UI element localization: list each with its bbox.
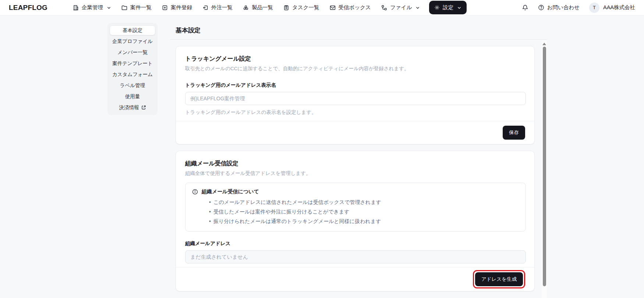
file-plus-icon (162, 5, 168, 11)
nav-item-label: 案件登録 (171, 4, 192, 11)
main-content: 基本設定 トラッキングメール設定 取引先とのメールのCCに追加することで、自動的… (170, 15, 547, 40)
org-mail-address-input (185, 250, 526, 263)
sidebar-item-label: 使用量 (125, 93, 140, 100)
scrollbar-up-arrow[interactable] (542, 43, 546, 45)
card-description: 組織全体で使用するメール受信アドレスを管理します。 (185, 170, 525, 177)
avatar: T (589, 3, 599, 13)
sidebar-item-label: 案件テンプレート (112, 60, 153, 67)
sidebar-item-member-list[interactable]: メンバー一覧 (110, 47, 155, 57)
tracking-mail-card: トラッキングメール設定 取引先とのメールのCCに追加することで、自動的にアクティ… (176, 46, 535, 144)
sidebar-item-company-profile[interactable]: 企業プロファイル (110, 36, 155, 46)
top-nav: LEAPFLOG 企業管理 案件一覧 案件登録 (0, 0, 644, 15)
chevron-down-icon (457, 6, 461, 10)
nav-item-company-management[interactable]: 企業管理 (69, 1, 115, 14)
tracking-address-help-text: トラッキング用のメールアドレスの表示名を設定します。 (185, 109, 525, 116)
nav-item-product-list[interactable]: 製品一覧 (239, 1, 277, 14)
page-body: 基本設定 企業プロファイル メンバー一覧 案件テンプレート カスタムフォーム ラ… (0, 15, 644, 298)
account-menu[interactable]: T AAA株式会社 (589, 3, 635, 13)
nav-item-label: 企業管理 (82, 4, 103, 11)
info-bullet: 受信したメールは案件や外注に振り分けることができます (209, 209, 519, 215)
sidebar-item-basic-settings[interactable]: 基本設定 (110, 25, 155, 35)
contact-link[interactable]: お問い合わせ (538, 4, 580, 11)
nav-item-label: 受信ボックス (339, 4, 371, 11)
org-mail-card: 組織メール受信設定 組織全体で使用するメール受信アドレスを管理します。 組織メー… (176, 151, 535, 291)
nav-item-label: 設定 (443, 4, 453, 11)
title-divider (170, 39, 547, 40)
tracking-address-display-name-label: トラッキング用のメールアドレス表示名 (185, 82, 525, 89)
building-icon (73, 5, 79, 11)
clipboard-icon (283, 5, 289, 11)
outsource-icon (202, 5, 208, 11)
nav-right-cluster: お問い合わせ T AAA株式会社 (522, 3, 635, 13)
nav-item-label: 製品一覧 (252, 4, 273, 11)
scrollbar[interactable] (542, 40, 547, 298)
contact-label: お問い合わせ (547, 4, 580, 11)
external-link-icon (141, 105, 146, 110)
generate-address-button[interactable]: アドレスを生成 (475, 272, 523, 286)
sidebar-item-label: 決済情報 (119, 104, 139, 111)
nav-item-task-list[interactable]: タスク一覧 (279, 1, 323, 14)
notification-bell-icon[interactable] (522, 4, 528, 11)
nav-item-label: ファイル (390, 4, 412, 11)
sidebar-item-label: ラベル管理 (120, 82, 145, 89)
sidebar-item-label: メンバー一覧 (117, 49, 148, 56)
card-title: 組織メール受信設定 (185, 160, 525, 168)
nav-item-outsource-list[interactable]: 外注一覧 (198, 1, 237, 14)
sidebar-item-label-management[interactable]: ラベル管理 (110, 80, 155, 90)
page-title: 基本設定 (170, 15, 547, 35)
info-icon (192, 189, 198, 195)
sidebar-item-label: カスタムフォーム (112, 71, 153, 78)
info-bullet: 振り分けられたメールは通常のトラッキングメールと同様に扱われます (209, 218, 519, 225)
card-footer: 保存 (176, 121, 534, 144)
chevron-down-icon (415, 6, 420, 10)
nav-item-inbox[interactable]: 受信ボックス (326, 1, 375, 14)
products-icon (243, 5, 249, 11)
save-button[interactable]: 保存 (503, 126, 525, 140)
info-bullet-list: このメールアドレスに送信されたメールは受信ボックスで管理されます 受信したメール… (209, 199, 519, 225)
sidebar-item-custom-form[interactable]: カスタムフォーム (110, 69, 155, 79)
nav-item-label: 外注一覧 (211, 4, 233, 11)
scrollbar-thumb[interactable] (543, 47, 546, 286)
card-description: 取引先とのメールのCCに追加することで、自動的にアクティビティにメール内容が登録… (185, 65, 525, 72)
nav-item-files[interactable]: ファイル (377, 1, 424, 14)
sidebar-item-deal-template[interactable]: 案件テンプレート (110, 58, 155, 68)
sidebar-item-label: 基本設定 (123, 27, 142, 34)
org-mail-info-box: 組織メール受信について このメールアドレスに送信されたメールは受信ボックスで管理… (185, 183, 526, 231)
nav-item-settings[interactable]: 設定 (429, 1, 467, 14)
info-bullet: このメールアドレスに送信されたメールは受信ボックスで管理されます (209, 199, 519, 206)
nav-item-deal-list[interactable]: 案件一覧 (117, 1, 156, 14)
sidebar-item-usage[interactable]: 使用量 (110, 91, 155, 101)
card-title: トラッキングメール設定 (185, 55, 525, 63)
nav-item-label: タスク一覧 (292, 4, 319, 11)
info-title: 組織メール受信について (202, 189, 259, 195)
app-logo[interactable]: LEAPFLOG (9, 4, 47, 12)
nav-item-deal-register[interactable]: 案件登録 (158, 1, 196, 14)
folder-icon (121, 5, 127, 11)
company-name: AAA株式会社 (603, 4, 635, 11)
sidebar-item-billing[interactable]: 決済情報 (110, 103, 155, 112)
org-mail-address-label: 組織メールアドレス (185, 240, 525, 247)
chevron-down-icon (107, 6, 111, 10)
sidebar-item-label: 企業プロファイル (112, 38, 153, 45)
mail-icon (330, 5, 336, 11)
tracking-address-display-name-input[interactable] (185, 92, 526, 105)
help-chat-icon (538, 4, 544, 11)
gear-icon (434, 5, 440, 10)
action-highlight-ring: アドレスを生成 (473, 270, 525, 288)
file-tree-icon (381, 5, 387, 11)
settings-sidebar: 基本設定 企業プロファイル メンバー一覧 案件テンプレート カスタムフォーム ラ… (107, 23, 158, 115)
main-nav: 企業管理 案件一覧 案件登録 外注一覧 (69, 1, 467, 14)
card-footer: アドレスを生成 (176, 267, 534, 291)
nav-item-label: 案件一覧 (130, 4, 152, 11)
